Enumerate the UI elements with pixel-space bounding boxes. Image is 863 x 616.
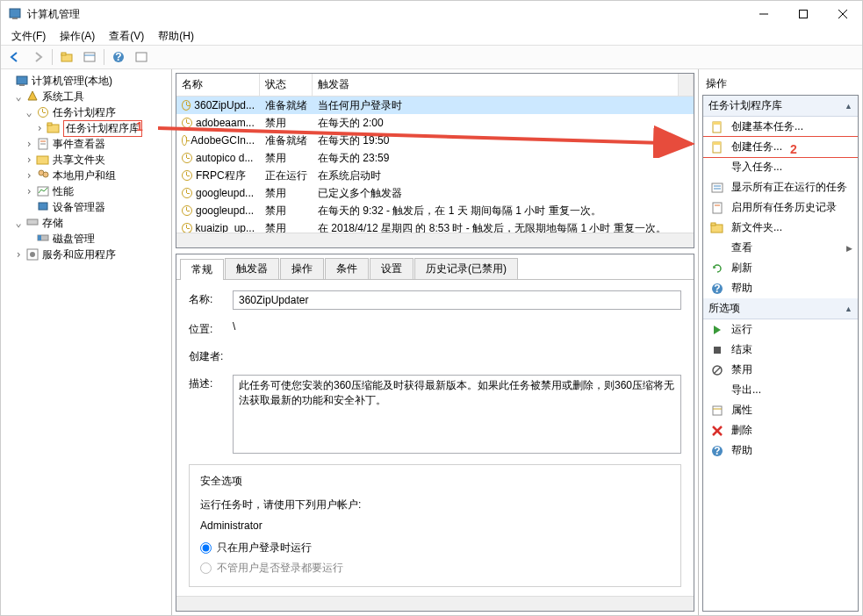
action-新文件夹[interactable]: 新文件夹...	[703, 218, 858, 238]
action-刷新[interactable]: 刷新	[703, 258, 858, 278]
up-button[interactable]	[56, 47, 77, 67]
svg-rect-33	[713, 142, 721, 145]
svg-rect-24	[39, 203, 47, 210]
svg-rect-16	[47, 123, 52, 125]
field-location: \	[233, 320, 235, 333]
tree-performance[interactable]: ›性能	[3, 183, 169, 199]
clock-icon	[182, 118, 192, 128]
action-帮助[interactable]: ?帮助	[703, 278, 858, 298]
actions-group-selected[interactable]: 所选项▲	[703, 298, 858, 319]
svg-rect-8	[84, 53, 95, 61]
back-button[interactable]	[4, 47, 25, 67]
stop-icon	[710, 343, 724, 357]
security-user: Administrator	[200, 519, 670, 532]
minimize-button[interactable]	[744, 1, 783, 27]
svg-rect-1	[12, 18, 18, 19]
log-icon	[710, 201, 724, 215]
task-row[interactable]: googleupd...禁用已定义多个触发器	[176, 184, 694, 202]
action-导出[interactable]: 导出...	[703, 380, 858, 400]
action-结束[interactable]: 结束	[703, 340, 858, 360]
menu-bar: 文件(F) 操作(A) 查看(V) 帮助(H)	[1, 27, 862, 45]
action-帮助[interactable]: ?帮助	[703, 441, 858, 461]
task-row[interactable]: 360ZipUpd...准备就绪当任何用户登录时	[176, 97, 694, 114]
action-创建任务[interactable]: 创建任务...	[702, 136, 859, 158]
tab-conditions[interactable]: 条件	[325, 258, 369, 279]
help-icon: ?	[710, 444, 724, 458]
blank-icon	[710, 241, 724, 255]
clock-icon	[182, 170, 192, 181]
task-row[interactable]: AdobeGCIn...准备就绪在每天的 19:50	[176, 132, 694, 149]
clock-icon	[182, 205, 192, 216]
maximize-button[interactable]	[783, 1, 823, 27]
tab-triggers[interactable]: 触发器	[225, 258, 279, 279]
tab-actions[interactable]: 操作	[280, 258, 324, 279]
tree-root[interactable]: 计算机管理(本地)	[3, 73, 169, 89]
action-显示所有正在运行的任务[interactable]: 显示所有正在运行的任务	[703, 177, 858, 197]
menu-help[interactable]: 帮助(H)	[153, 27, 199, 46]
task-row[interactable]: adobeaam...禁用在每天的 2:00	[176, 114, 694, 132]
detail-scrollbar[interactable]	[176, 596, 694, 611]
action-创建基本任务[interactable]: 创建基本任务...	[703, 117, 858, 137]
radio-logged-on[interactable]	[200, 542, 212, 554]
tree-task-library[interactable]: ›任务计划程序库	[3, 120, 169, 136]
security-title: 安全选项	[200, 474, 670, 489]
field-desc[interactable]: 此任务可使您安装的360压缩能及时获得最新版本。如果此任务被禁用或删除，则360…	[233, 375, 681, 454]
label-location: 位置:	[189, 320, 233, 337]
col-header-name[interactable]: 名称	[176, 74, 260, 96]
tree-event-viewer[interactable]: ›事件查看器	[3, 136, 169, 152]
radio-any[interactable]	[200, 562, 212, 574]
action-查看[interactable]: 查看▶	[703, 238, 858, 258]
task-row[interactable]: googleupd...禁用在每天的 9:32 - 触发后，在 1 天 期间每隔…	[176, 202, 694, 219]
action-启用所有任务历史记录[interactable]: 启用所有任务历史记录	[703, 197, 858, 218]
properties-button[interactable]	[79, 47, 100, 67]
play-icon	[710, 323, 724, 337]
action-删除[interactable]: 删除	[703, 420, 858, 441]
tab-general[interactable]: 常规	[180, 259, 224, 280]
window-title: 计算机管理	[27, 7, 744, 22]
refresh-button[interactable]	[131, 47, 152, 67]
close-button[interactable]	[823, 1, 862, 27]
field-name[interactable]: 360ZipUpdater	[233, 290, 681, 310]
horizontal-scrollbar[interactable]	[176, 233, 694, 247]
tree-disk-mgmt[interactable]: 磁盘管理	[3, 231, 169, 247]
doc-icon	[710, 120, 724, 134]
task-detail-panel: 常规 触发器 操作 条件 设置 历史记录(已禁用) 名称:360ZipUpdat…	[176, 254, 694, 612]
tree-shared-folders[interactable]: ›共享文件夹	[3, 152, 169, 168]
menu-view[interactable]: 查看(V)	[104, 27, 149, 46]
label-desc: 描述:	[189, 375, 233, 391]
tree-device-manager[interactable]: 设备管理器	[3, 199, 169, 215]
task-row[interactable]: kuaizip_up...禁用在 2018/4/12 星期四 的 8:53 时 …	[176, 219, 694, 233]
svg-rect-0	[10, 9, 20, 18]
tree-services-apps[interactable]: ›服务和应用程序	[3, 247, 169, 262]
help-button[interactable]: ?	[108, 47, 129, 67]
task-row[interactable]: FRPC程序正在运行在系统启动时	[176, 167, 694, 184]
navigation-tree[interactable]: 计算机管理(本地) ⌄系统工具 ⌄任务计划程序 ›任务计划程序库 ›事件查看器 …	[1, 69, 172, 615]
clock-icon	[182, 188, 192, 198]
list-icon	[710, 181, 724, 195]
tree-system-tools[interactable]: ⌄系统工具	[3, 89, 169, 104]
action-属性[interactable]: 属性	[703, 400, 858, 420]
task-row[interactable]: autopico d...禁用在每天的 23:59	[176, 149, 694, 167]
svg-rect-13	[17, 76, 27, 84]
forward-button[interactable]	[27, 47, 48, 67]
col-header-status[interactable]: 状态	[260, 74, 313, 96]
svg-point-29	[30, 252, 35, 257]
title-bar: 计算机管理	[1, 1, 862, 27]
tree-storage[interactable]: ⌄存储	[3, 215, 169, 231]
tab-settings[interactable]: 设置	[370, 258, 414, 279]
tree-task-scheduler[interactable]: ⌄任务计划程序	[3, 104, 169, 120]
doc-icon	[710, 140, 724, 154]
security-subtitle: 运行任务时，请使用下列用户帐户:	[200, 498, 670, 512]
svg-rect-3	[799, 11, 807, 18]
action-运行[interactable]: 运行	[703, 319, 858, 340]
col-header-triggers[interactable]: 触发器	[313, 74, 679, 96]
action-禁用[interactable]: 禁用	[703, 360, 858, 380]
menu-file[interactable]: 文件(F)	[6, 27, 51, 46]
tree-local-users[interactable]: ›本地用户和组	[3, 168, 169, 183]
tab-history[interactable]: 历史记录(已禁用)	[414, 258, 518, 279]
actions-group-library[interactable]: 任务计划程序库▲	[703, 96, 858, 117]
refresh-icon	[710, 261, 724, 276]
svg-rect-43	[714, 347, 721, 354]
menu-action[interactable]: 操作(A)	[54, 27, 100, 46]
action-导入任务[interactable]: 导入任务...	[703, 157, 858, 177]
